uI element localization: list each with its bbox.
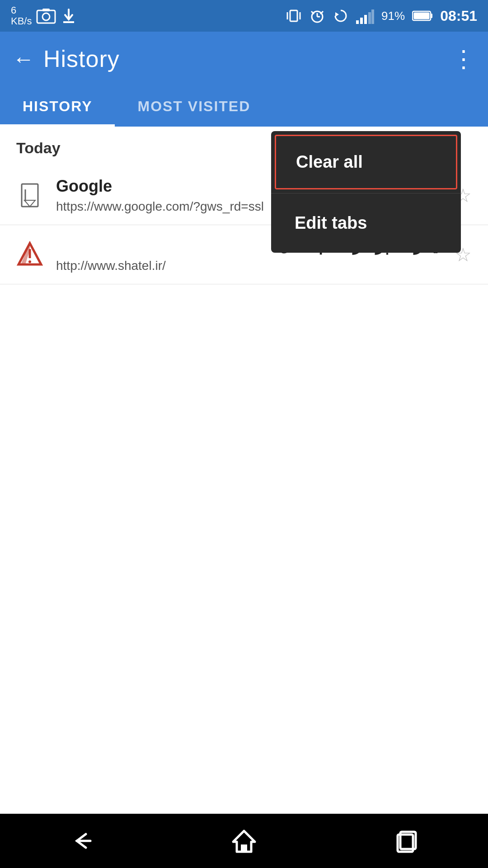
back-button[interactable]: ← bbox=[13, 47, 34, 71]
svg-point-27 bbox=[28, 260, 31, 263]
status-bar: 6KB/s bbox=[0, 0, 488, 32]
tab-most-visited[interactable]: MOST VISITED bbox=[115, 86, 273, 127]
battery-icon bbox=[412, 9, 433, 22]
nav-home-button[interactable] bbox=[226, 823, 262, 859]
google-icon bbox=[16, 182, 43, 209]
content-area: Today Google https://www.google.com/?gws… bbox=[0, 127, 488, 284]
network-speed: 6KB/s bbox=[11, 5, 32, 27]
svg-line-10 bbox=[311, 11, 314, 14]
svg-rect-30 bbox=[241, 844, 247, 852]
shatel-url: http://www.shatel.ir/ bbox=[56, 259, 442, 273]
svg-rect-14 bbox=[360, 18, 363, 24]
svg-point-1 bbox=[42, 13, 50, 20]
signal-icon bbox=[356, 8, 374, 24]
tabs-bar: HISTORY MOST VISITED bbox=[0, 86, 488, 127]
battery-percent: 91% bbox=[381, 9, 405, 23]
nav-back-button[interactable] bbox=[63, 823, 99, 859]
svg-line-11 bbox=[320, 11, 323, 14]
screenshot-icon bbox=[36, 8, 56, 24]
bottom-nav-bar bbox=[0, 814, 488, 868]
svg-marker-12 bbox=[335, 12, 339, 17]
status-left: 6KB/s bbox=[11, 5, 77, 27]
status-time: 08:51 bbox=[440, 8, 477, 24]
clear-all-button[interactable]: Clear all bbox=[275, 135, 457, 189]
context-menu: Clear all Edit tabs bbox=[271, 131, 461, 253]
svg-rect-17 bbox=[371, 9, 374, 24]
edit-tabs-button[interactable]: Edit tabs bbox=[271, 193, 461, 253]
svg-marker-23 bbox=[25, 201, 34, 207]
shatel-icon bbox=[16, 241, 43, 268]
vibrate-icon bbox=[286, 8, 302, 24]
status-right: 91% 08:51 bbox=[286, 8, 477, 24]
svg-rect-2 bbox=[42, 9, 50, 11]
svg-rect-20 bbox=[431, 14, 432, 18]
more-options-button[interactable]: ⋮ bbox=[452, 47, 475, 71]
svg-rect-15 bbox=[364, 15, 367, 24]
svg-rect-0 bbox=[37, 10, 55, 23]
nav-tabs-button[interactable] bbox=[389, 823, 425, 859]
svg-rect-16 bbox=[368, 12, 371, 24]
app-bar-left: ← History bbox=[13, 45, 120, 72]
download-icon bbox=[61, 8, 77, 24]
svg-rect-4 bbox=[290, 10, 297, 21]
svg-rect-13 bbox=[356, 20, 359, 24]
svg-rect-19 bbox=[414, 13, 430, 19]
page-title: History bbox=[43, 45, 120, 72]
alarm-icon bbox=[309, 8, 325, 24]
tab-history[interactable]: HISTORY bbox=[0, 86, 115, 127]
sync-icon bbox=[333, 8, 349, 24]
app-bar: ← History ⋮ bbox=[0, 32, 488, 86]
